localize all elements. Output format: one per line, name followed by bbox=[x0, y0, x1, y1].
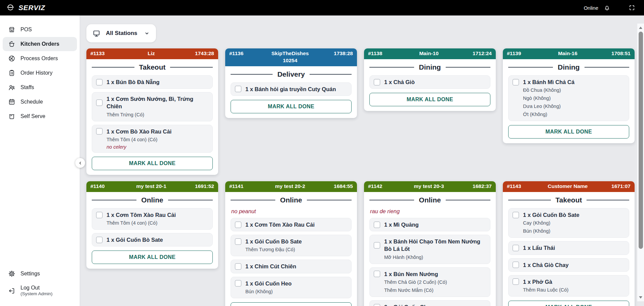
mark-all-done-button[interactable]: MARK ALL DONE bbox=[508, 301, 629, 306]
fullscreen-button[interactable] bbox=[628, 4, 636, 12]
mark-all-done-button[interactable]: MARK ALL DONE bbox=[369, 93, 490, 106]
order-item[interactable]: 1 x Bún Bò Đà Nẵng bbox=[92, 75, 213, 89]
item-checkbox[interactable] bbox=[96, 237, 103, 243]
order-item[interactable]: 1 x Gỏi Cuốn Bò Sate bbox=[92, 233, 213, 246]
item-title: 2 x Gỏi Cuốn Chay bbox=[384, 303, 434, 306]
sidebar-item-process-orders[interactable]: Process Orders bbox=[3, 51, 77, 66]
order-item[interactable]: 1 x Chim Cút Chiên bbox=[231, 260, 352, 273]
kitchen-orders-main: All Stations #1133Liz1743:28Takeout1 x B… bbox=[80, 15, 644, 306]
notifications-button[interactable] bbox=[603, 4, 611, 12]
scrollbar-thumb[interactable] bbox=[639, 32, 643, 249]
mark-all-done-button[interactable]: MARK ALL DONE bbox=[508, 125, 629, 139]
order-card-header: #1138Main-101712:24 bbox=[364, 48, 496, 59]
sidebar-item-logout[interactable]: Log Out (System Admin) bbox=[3, 281, 77, 300]
order-cards-grid: #1133Liz1743:28Takeout1 x Bún Bò Đà Nẵng… bbox=[86, 48, 644, 306]
bell-icon bbox=[604, 4, 610, 11]
item-checkbox[interactable] bbox=[96, 100, 103, 106]
order-item[interactable]: 2 x Gỏi Cuốn Chay bbox=[369, 300, 490, 306]
order-item[interactable]: 1 x Cơm Tôm Xào Rau CảiThêm Tôm (4 con) … bbox=[92, 208, 213, 230]
order-item[interactable]: 1 x Cơm Sườn Nướng, Bì, Trứng ChiênThêm … bbox=[92, 92, 213, 121]
store-icon bbox=[8, 26, 15, 33]
order-item[interactable]: 1 x Mì Quảng bbox=[369, 218, 490, 231]
sidebar-item-label: Settings bbox=[21, 271, 40, 277]
item-checkbox[interactable] bbox=[513, 245, 519, 251]
order-id: #1136 bbox=[229, 50, 247, 57]
order-type-divider: Dining bbox=[508, 63, 629, 71]
sidebar-item-schedule[interactable]: Schedule bbox=[3, 95, 77, 109]
pot-icon bbox=[8, 40, 15, 48]
item-checkbox[interactable] bbox=[374, 304, 380, 306]
order-type-label: Delivery bbox=[277, 70, 305, 78]
order-item[interactable]: 1 x Chả Giò bbox=[369, 75, 490, 89]
order-item[interactable]: 1 x Chả Giò Chay bbox=[508, 258, 629, 272]
item-checkbox[interactable] bbox=[374, 271, 380, 277]
item-checkbox[interactable] bbox=[374, 79, 380, 85]
order-item[interactable]: 1 x Gỏi Cuốn Bò SateCay (Không)Bún (Khôn… bbox=[508, 208, 629, 238]
order-type-divider: Delivery bbox=[231, 70, 352, 78]
order-item[interactable]: 1 x Lẩu Thái bbox=[508, 241, 629, 255]
logout-role-sublabel: (System Admin) bbox=[21, 291, 52, 297]
order-item[interactable]: 1 x Cơm Bò Xào Rau CảiThêm Tôm (4 con) (… bbox=[92, 125, 213, 153]
sidebar-nav: POSKitchen OrdersProcess OrdersOrder His… bbox=[0, 22, 80, 124]
order-timer: 1738:28 bbox=[333, 50, 353, 57]
order-card-header: #1141my test 20-21684:55 bbox=[225, 181, 357, 192]
sidebar-item-staffs[interactable]: Staffs bbox=[3, 80, 77, 94]
order-note: rau de rieng bbox=[370, 208, 490, 215]
order-timer: 1671:07 bbox=[611, 183, 631, 190]
order-item[interactable]: 1 x Bánh hỏi gia truyền Cuty Quán bbox=[231, 82, 352, 96]
item-checkbox[interactable] bbox=[235, 86, 241, 92]
item-checkbox[interactable] bbox=[513, 262, 519, 268]
item-checkbox[interactable] bbox=[235, 280, 241, 286]
scroll-down-arrow[interactable] bbox=[637, 294, 644, 301]
order-item[interactable]: 1 x Phở GàThêm Rau Luộc (Có) bbox=[508, 275, 629, 297]
order-item[interactable]: 1 x Gỏi Cuốn HeoBún (Không) bbox=[231, 277, 352, 298]
item-checkbox[interactable] bbox=[235, 238, 241, 245]
sidebar-item-label: Kitchen Orders bbox=[21, 41, 59, 47]
mark-all-done-button[interactable]: MARK ALL DONE bbox=[92, 157, 213, 170]
item-checkbox[interactable] bbox=[513, 278, 519, 285]
order-item[interactable]: 1 x Gỏi Cuốn Bò SateThêm Tương Đậu (Có) bbox=[231, 235, 352, 256]
order-item[interactable]: 1 x Bánh Mì Chả CáĐồ Chua (Không)Ngò (Kh… bbox=[508, 75, 629, 121]
order-customer: my test 20-2 bbox=[247, 183, 333, 190]
item-title: 1 x Bánh Hỏi Chạo Tôm Nem Nướng Bò Lá Lố… bbox=[384, 238, 486, 253]
item-checkbox[interactable] bbox=[96, 128, 103, 135]
item-title: 1 x Cơm Tôm Xào Rau Cải bbox=[107, 211, 176, 219]
item-checkbox[interactable] bbox=[96, 212, 103, 218]
item-modifier: Ớt (Không) bbox=[523, 111, 625, 118]
item-title: 1 x Cơm Bò Xào Rau Cải bbox=[107, 128, 171, 135]
order-customer: my test 20-1 bbox=[108, 183, 195, 190]
mark-all-done-button[interactable]: MARK ALL DONE bbox=[231, 100, 352, 113]
item-modifier: Thêm Tôm (4 con) (Có) bbox=[107, 220, 208, 227]
item-title: 1 x Gỏi Cuốn Bò Sate bbox=[245, 238, 302, 245]
sidebar-item-pos[interactable]: POS bbox=[3, 23, 77, 37]
vertical-scrollbar[interactable] bbox=[637, 24, 644, 301]
mark-all-done-button[interactable]: MARK ALL DONE bbox=[92, 251, 213, 264]
item-checkbox[interactable] bbox=[235, 263, 241, 270]
sidebar-collapse-button[interactable] bbox=[75, 158, 85, 168]
sidebar-item-self-serve[interactable]: Self Serve bbox=[3, 109, 77, 123]
item-modifier: Dưa Leo (Không) bbox=[523, 103, 625, 110]
item-checkbox[interactable] bbox=[374, 222, 380, 228]
order-item[interactable]: 1 x Bánh Hỏi Chạo Tôm Nem Nướng Bò Lá Lố… bbox=[369, 235, 490, 264]
order-type-label: Online bbox=[419, 196, 441, 204]
order-timer: 1682:37 bbox=[472, 183, 492, 190]
item-checkbox[interactable] bbox=[513, 212, 519, 218]
item-checkbox[interactable] bbox=[513, 79, 519, 85]
item-title: 1 x Chim Cút Chiên bbox=[245, 263, 296, 270]
sidebar-item-settings[interactable]: Settings bbox=[3, 267, 77, 281]
scroll-up-arrow[interactable] bbox=[637, 24, 644, 31]
order-note: no peanut bbox=[231, 208, 352, 215]
order-item[interactable]: 1 x Cơm Tôm Xào Rau Cải bbox=[231, 218, 352, 231]
item-checkbox[interactable] bbox=[374, 242, 380, 248]
station-filter-dropdown[interactable]: All Stations bbox=[86, 24, 156, 42]
item-checkbox[interactable] bbox=[96, 79, 103, 85]
sidebar-item-kitchen-orders[interactable]: Kitchen Orders bbox=[3, 37, 77, 51]
order-type-label: Dining bbox=[419, 63, 441, 71]
item-checkbox[interactable] bbox=[235, 222, 241, 228]
sidebar-item-label: Self Serve bbox=[21, 113, 45, 119]
item-modifier: Thêm Nước Mắm (Có) bbox=[384, 287, 486, 294]
mark-all-done-button[interactable]: MARK ALL DONE bbox=[231, 302, 352, 306]
item-modifier: Thêm Chả Giò (2 Cuốn) (Có) bbox=[384, 279, 486, 286]
order-item[interactable]: 1 x Bún Nem NướngThêm Chả Giò (2 Cuốn) (… bbox=[369, 267, 490, 297]
sidebar-item-order-history[interactable]: Order History bbox=[3, 66, 77, 80]
